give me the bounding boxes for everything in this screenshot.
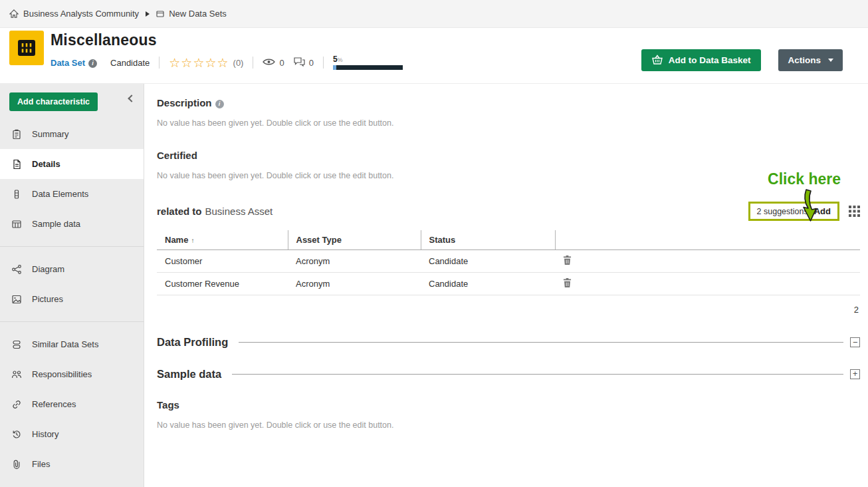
sidebar-item-label: History <box>32 429 58 439</box>
status-badge: Candidate <box>110 58 150 68</box>
page-title: Miscellaneous <box>51 31 868 49</box>
sidebar-item-responsibilities[interactable]: Responsibilities <box>0 359 144 389</box>
star-icon[interactable]: ☆ <box>181 57 192 69</box>
completeness-unit: % <box>338 57 343 63</box>
sort-asc-icon: ↑ <box>191 237 194 244</box>
sidebar-item-sample-data[interactable]: Sample data <box>0 209 144 239</box>
app-window: Business Analysts Community New Data Set… <box>0 0 868 487</box>
chevron-down-icon <box>828 59 833 62</box>
completeness-bar-fill <box>333 65 336 70</box>
sidebar-item-details[interactable]: Details <box>0 149 144 179</box>
rating-count: (0) <box>233 58 244 68</box>
description-empty-value[interactable]: No value has been given yet. Double clic… <box>157 118 860 128</box>
description-heading: Descriptioni <box>157 97 860 108</box>
breadcrumb-community-link[interactable]: Business Analysts Community <box>23 9 139 19</box>
sidebar-item-files[interactable]: Files <box>0 449 144 479</box>
breadcrumb-domain-link[interactable]: New Data Sets <box>169 9 227 19</box>
sidebar-item-summary[interactable]: Summary <box>0 119 144 149</box>
divider <box>159 57 160 69</box>
sidebar-item-label: Summary <box>32 129 69 139</box>
dataset-asset-icon <box>9 31 44 65</box>
collapse-section-icon[interactable]: − <box>850 337 860 347</box>
table-row[interactable]: Customer Acronym Candidate <box>157 250 860 273</box>
data-profiling-section: Data Profiling − <box>157 336 860 349</box>
cell-status: Candidate <box>421 273 555 295</box>
sidebar-item-references[interactable]: References <box>0 389 144 419</box>
asset-header: Miscellaneous Data Seti Candidate ☆ ☆ ☆ … <box>0 28 868 83</box>
sidebar-item-pictures[interactable]: Pictures <box>0 284 144 314</box>
related-assets-table: Name↑ Asset Type Status Customer Acronym… <box>157 230 860 295</box>
star-icon[interactable]: ☆ <box>193 57 204 69</box>
related-to-heading: related toBusiness Asset <box>157 206 272 217</box>
sidebar-item-label: References <box>32 399 76 409</box>
sidebar-item-label: Diagram <box>32 264 64 274</box>
sidebar-item-data-elements[interactable]: Data Elements <box>0 179 144 209</box>
tags-empty-value[interactable]: No value has been given yet. Double clic… <box>157 420 860 430</box>
sidebar-item-label: Similar Data Sets <box>32 339 98 349</box>
divider <box>253 57 253 69</box>
suggestions-add-button[interactable]: 2 suggestions Add <box>748 202 839 221</box>
sidebar-item-label: Pictures <box>32 294 63 304</box>
table-row[interactable]: Customer Revenue Acronym Candidate <box>157 273 860 295</box>
add-suggestions-label[interactable]: Add <box>814 206 831 216</box>
cell-asset-type: Acronym <box>288 273 421 295</box>
cell-name: Customer Revenue <box>157 273 288 295</box>
completeness-bar <box>333 65 403 70</box>
delete-relation-button[interactable] <box>563 255 572 265</box>
home-icon[interactable] <box>9 9 19 18</box>
certified-empty-value[interactable]: No value has been given yet. Double clic… <box>157 171 860 180</box>
type-info-icon[interactable]: i <box>88 59 97 68</box>
sidebar-item-label: Files <box>32 459 50 469</box>
sidebar-item-similar-data-sets[interactable]: Similar Data Sets <box>0 329 144 359</box>
breadcrumb: Business Analysts Community New Data Set… <box>0 0 868 28</box>
sidebar: Add characteristic Summary Details Data … <box>0 84 144 487</box>
delete-relation-button[interactable] <box>563 278 572 287</box>
table-header-row: Name↑ Asset Type Status <box>157 230 860 250</box>
add-to-data-basket-button[interactable]: Add to Data Basket <box>641 49 762 71</box>
breadcrumb-separator-icon <box>146 11 150 17</box>
divider <box>323 57 324 69</box>
basket-icon <box>652 55 663 67</box>
completeness-indicator: 5% <box>333 55 403 70</box>
column-header-name[interactable]: Name↑ <box>157 230 288 250</box>
cell-asset-type: Acronym <box>288 250 421 273</box>
rating-stars[interactable]: ☆ ☆ ☆ ☆ ☆ (0) <box>169 57 243 69</box>
add-characteristic-button[interactable]: Add characteristic <box>9 92 98 111</box>
comments-count: 0 <box>309 58 314 68</box>
suggestions-count: 2 suggestions <box>757 207 808 216</box>
view-grid-icon[interactable] <box>849 206 860 217</box>
add-to-data-basket-label: Add to Data Basket <box>669 55 751 65</box>
actions-label: Actions <box>788 55 821 65</box>
star-icon[interactable]: ☆ <box>217 57 229 69</box>
table-total-count: 2 <box>157 305 860 315</box>
sidebar-item-label: Details <box>32 159 60 169</box>
sidebar-item-label: Responsibilities <box>32 369 92 379</box>
column-header-actions <box>555 230 860 250</box>
sidebar-divider <box>0 321 144 322</box>
section-divider <box>232 374 843 375</box>
domain-icon <box>156 10 164 18</box>
star-icon[interactable]: ☆ <box>205 57 216 69</box>
completeness-value: 5 <box>333 55 338 64</box>
actions-button[interactable]: Actions <box>778 49 843 71</box>
asset-type-link[interactable]: Data Set <box>51 58 85 68</box>
sidebar-item-history[interactable]: History <box>0 419 144 449</box>
views-icon <box>263 58 275 68</box>
cell-name: Customer <box>157 250 288 273</box>
sample-data-heading: Sample data <box>157 368 221 381</box>
data-profiling-heading: Data Profiling <box>157 336 228 349</box>
sidebar-collapse-icon[interactable] <box>128 94 135 102</box>
description-info-icon[interactable]: i <box>215 100 224 108</box>
column-header-asset-type[interactable]: Asset Type <box>288 230 421 250</box>
sidebar-item-label: Sample data <box>32 219 80 229</box>
expand-section-icon[interactable]: + <box>850 369 860 379</box>
views-count: 0 <box>279 58 284 68</box>
column-header-status[interactable]: Status <box>421 230 555 250</box>
cell-status: Candidate <box>421 250 555 273</box>
sidebar-item-diagram[interactable]: Diagram <box>0 254 144 284</box>
sidebar-item-label: Data Elements <box>32 189 88 199</box>
views-counter: 0 <box>263 58 284 68</box>
star-icon[interactable]: ☆ <box>169 57 180 69</box>
sample-data-section: Sample data + <box>157 368 860 381</box>
section-divider <box>239 342 843 343</box>
